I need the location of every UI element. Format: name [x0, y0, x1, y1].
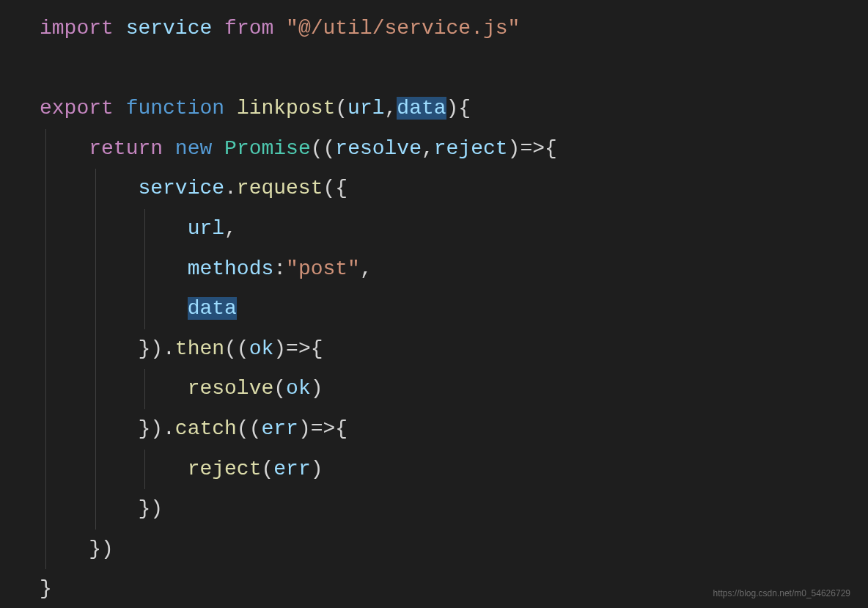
keyword-from: from [224, 17, 273, 40]
prop-methods: methods [188, 257, 274, 280]
string-path: "@/util/service.js" [286, 17, 520, 40]
class-promise: Promise [224, 137, 311, 160]
arg-err: err [273, 458, 310, 480]
method-request: request [237, 177, 323, 199]
param-url: url [347, 97, 384, 120]
param-reject: reject [434, 137, 508, 160]
code-line-15[interactable]: } [40, 569, 828, 608]
code-line-5[interactable]: service.request({ [40, 169, 828, 209]
string-post: "post" [286, 257, 360, 280]
code-line-3[interactable]: export function linkpost(url,data){ [40, 89, 828, 129]
code-line-11[interactable]: }).catch((err)=>{ [40, 409, 828, 450]
code-line-10[interactable]: resolve(ok) [40, 369, 828, 409]
param-data-selected: data [397, 97, 446, 120]
code-line-1[interactable]: import service from "@/util/service.js" [40, 9, 828, 49]
prop-url: url [188, 217, 224, 240]
code-line-4[interactable]: return new Promise((resolve,reject)=>{ [40, 129, 828, 169]
identifier-service: service [138, 177, 224, 199]
code-line-7[interactable]: methods:"post", [40, 249, 828, 290]
arg-ok: ok [286, 377, 311, 400]
watermark: https://blog.csdn.net/m0_54626729 [713, 585, 850, 602]
code-editor[interactable]: import service from "@/util/service.js" … [40, 9, 828, 608]
function-name: linkpost [237, 97, 335, 120]
keyword-export: export [40, 97, 114, 120]
code-line-14[interactable]: }) [40, 530, 828, 570]
code-line-8[interactable]: data [40, 289, 828, 329]
code-line-12[interactable]: reject(err) [40, 450, 828, 490]
code-line-6[interactable]: url, [40, 209, 828, 249]
param-ok: ok [249, 337, 274, 360]
call-resolve: resolve [188, 377, 274, 400]
code-line-2[interactable] [40, 49, 828, 89]
param-err: err [261, 417, 298, 440]
identifier-service: service [126, 17, 213, 40]
keyword-import: import [40, 17, 114, 40]
keyword-function: function [126, 97, 224, 120]
method-catch: catch [175, 417, 237, 440]
call-reject: reject [188, 458, 262, 480]
code-line-9[interactable]: }).then((ok)=>{ [40, 329, 828, 370]
param-resolve: resolve [335, 137, 422, 160]
method-then: then [175, 337, 224, 360]
code-line-13[interactable]: }) [40, 489, 828, 530]
prop-data-selected: data [188, 297, 237, 320]
keyword-return: return [89, 137, 163, 160]
keyword-new: new [175, 137, 212, 160]
